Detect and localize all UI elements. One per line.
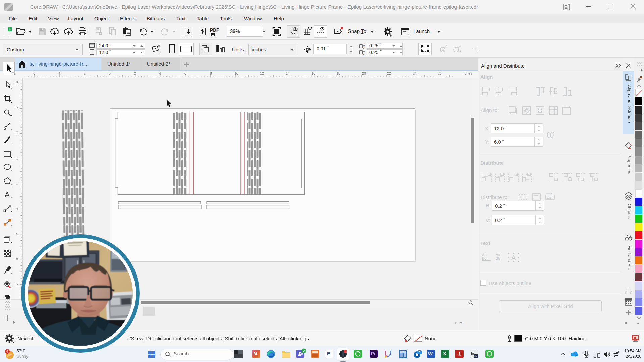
svg-text:8: 8 <box>15 158 19 160</box>
svg-text:6: 6 <box>184 71 186 75</box>
svg-text:2: 2 <box>15 283 19 285</box>
svg-text:4: 4 <box>159 71 161 75</box>
svg-text:inches: inches <box>462 71 472 75</box>
svg-text:14: 14 <box>286 71 290 75</box>
svg-text:14: 14 <box>15 81 19 85</box>
svg-text:6: 6 <box>33 71 35 75</box>
svg-text:12: 12 <box>260 71 264 75</box>
svg-text:4: 4 <box>15 208 19 210</box>
svg-text:18: 18 <box>336 71 340 75</box>
svg-text:6: 6 <box>15 183 19 185</box>
svg-text:26: 26 <box>438 71 442 75</box>
svg-text:123: 123 <box>546 196 551 199</box>
svg-text:x: x <box>363 47 364 49</box>
svg-text:16: 16 <box>311 71 315 75</box>
svg-text:0: 0 <box>15 258 19 260</box>
svg-text:12: 12 <box>15 106 19 110</box>
svg-text:2: 2 <box>84 71 86 75</box>
svg-text:0: 0 <box>109 71 111 75</box>
svg-text:10: 10 <box>234 71 238 75</box>
svg-text:10: 10 <box>15 131 19 135</box>
svg-text:2: 2 <box>134 71 136 75</box>
svg-text:8: 8 <box>210 71 212 75</box>
svg-text:A: A <box>511 254 516 261</box>
svg-text:24: 24 <box>413 71 417 75</box>
svg-text:2: 2 <box>15 233 19 235</box>
svg-text:y: y <box>363 53 364 55</box>
svg-text:22: 22 <box>387 71 391 75</box>
svg-text:20: 20 <box>362 71 366 75</box>
svg-text:4: 4 <box>58 71 60 75</box>
svg-text:A: A <box>5 190 10 199</box>
